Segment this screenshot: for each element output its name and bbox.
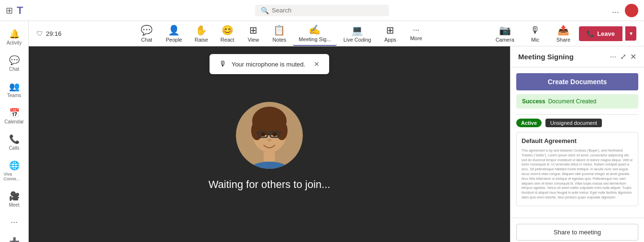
svg-point-10 [261, 132, 266, 136]
status-row: Active Unsigned document [516, 119, 638, 127]
panel-footer: Share to meeting [511, 218, 644, 242]
svg-point-12 [267, 139, 271, 142]
unsigned-badge: Unsigned document [545, 119, 602, 127]
sidebar-item-more[interactable]: ··· [2, 213, 27, 231]
raise-toolbar-icon: ✋ [195, 24, 207, 36]
raise-toolbar-label: Raise [195, 37, 208, 43]
chat-toolbar-btn[interactable]: 💬 Chat [134, 22, 159, 45]
content-row: 🎙 Your microphone is muted. ✕ [29, 46, 644, 242]
shield-icon: 🛡 [36, 30, 43, 37]
react-toolbar-icon: 😊 [222, 24, 233, 36]
notes-toolbar-label: Notes [273, 37, 287, 43]
view-toolbar-icon: ⊞ [249, 24, 257, 36]
mute-notification: 🎙 Your microphone is muted. ✕ [210, 54, 329, 74]
share-to-meeting-button[interactable]: Share to meeting [516, 224, 638, 241]
sidebar-item-viva[interactable]: 🌐 Viva Conne... [2, 156, 27, 185]
leave-dropdown-button[interactable]: ▾ [625, 26, 636, 41]
meeting-signing-toolbar-icon: ✍ [309, 24, 321, 35]
sidebar: 🔔 Activity 💬 Chat 👥 Teams 📅 Calendar 📞 C… [0, 21, 29, 242]
meeting-toolbar: 🛡 29:16 💬 Chat 👤 People ✋ Raise 😊 [29, 21, 644, 46]
sidebar-item-teams[interactable]: 👥 Teams [2, 77, 27, 102]
mic-btn[interactable]: 🎙 Mic [523, 22, 548, 45]
viva-icon: 🌐 [9, 160, 20, 171]
view-toolbar-label: View [248, 37, 259, 43]
react-toolbar-label: React [221, 37, 234, 43]
sidebar-more-icon: ··· [11, 217, 18, 227]
content-area: 🛡 29:16 💬 Chat 👤 People ✋ Raise 😊 [29, 21, 644, 242]
sidebar-item-meet[interactable]: 🎥 Meet [2, 187, 27, 211]
document-title: Default Agreement [522, 137, 633, 144]
timer-value: 29:16 [46, 30, 62, 37]
people-toolbar-icon: 👤 [168, 24, 180, 36]
participant-avatar [236, 102, 303, 169]
topbar-right: ... [612, 4, 638, 17]
mic-muted-icon: 🎙 [219, 60, 227, 68]
apps-toolbar-btn[interactable]: ⊞ Apps [378, 22, 403, 45]
panel-header: Meeting Signing ··· ⤢ ✕ [511, 46, 644, 67]
meeting-video-area: 🎙 Your microphone is muted. ✕ [29, 46, 510, 242]
sidebar-item-calendar[interactable]: 📅 Calendar [2, 104, 27, 128]
panel-more-icon[interactable]: ··· [610, 53, 616, 61]
divider [516, 114, 638, 115]
create-documents-button[interactable]: Create Documents [516, 73, 638, 90]
avatar[interactable] [625, 4, 638, 17]
raise-toolbar-btn[interactable]: ✋ Raise [189, 22, 214, 45]
teams-logo: T [17, 4, 23, 17]
sidebar-item-calls[interactable]: 📞 Calls [2, 130, 27, 154]
sidebar-item-meet-label: Meet [9, 202, 19, 208]
sidebar-item-apps[interactable]: ➕ Apps [2, 233, 27, 242]
apps-toolbar-label: Apps [384, 37, 396, 43]
chat-toolbar-icon: 💬 [141, 24, 153, 36]
share-icon: 📤 [557, 24, 569, 36]
sidebar-item-activity[interactable]: 🔔 Activity [2, 25, 27, 49]
panel-icons: ··· ⤢ ✕ [610, 52, 636, 61]
meeting-signing-toolbar-btn[interactable]: ✍ Meeting Sig... [293, 21, 336, 46]
teams-icon: 👥 [9, 81, 20, 92]
video-area: Waiting for others to join... [29, 46, 510, 242]
panel-title: Meeting Signing [518, 53, 606, 61]
search-box[interactable]: 🔍 [255, 5, 389, 16]
chat-icon: 💬 [9, 55, 20, 66]
sidebar-item-chat[interactable]: 💬 Chat [2, 51, 27, 76]
more-toolbar-icon: ··· [413, 26, 419, 34]
camera-icon: 📷 [499, 24, 511, 36]
mic-icon: 🎙 [531, 25, 540, 36]
search-input[interactable] [272, 7, 367, 14]
waiting-text: Waiting for others to join... [209, 178, 331, 191]
calls-icon: 📞 [9, 134, 20, 144]
apps-toolbar-icon: ⊞ [386, 24, 394, 36]
mute-close-button[interactable]: ✕ [314, 60, 320, 68]
more-toolbar-label: More [410, 35, 422, 41]
meeting-signing-toolbar-label: Meeting Sig... [299, 36, 331, 42]
notes-toolbar-btn[interactable]: 📋 Notes [267, 22, 292, 45]
sidebar-item-calls-label: Calls [9, 145, 19, 151]
share-label: Share [556, 37, 570, 43]
react-toolbar-btn[interactable]: 😊 React [215, 22, 240, 45]
search-icon: 🔍 [261, 7, 269, 14]
panel-expand-icon[interactable]: ⤢ [620, 52, 626, 61]
people-toolbar-btn[interactable]: 👤 People [160, 22, 188, 45]
camera-btn[interactable]: 📷 Camera [490, 22, 520, 45]
document-card[interactable]: Default Agreement This agreement is by a… [516, 132, 638, 206]
more-toolbar-btn[interactable]: ··· More [404, 23, 429, 44]
sidebar-item-viva-label: Viva Conne... [4, 172, 25, 181]
active-badge: Active [516, 119, 542, 127]
mute-text: Your microphone is muted. [232, 61, 305, 68]
sidebar-item-teams-label: Teams [7, 93, 21, 98]
svg-point-11 [272, 132, 277, 136]
panel-close-icon[interactable]: ✕ [630, 52, 636, 61]
sidebar-apps-icon: ➕ [9, 237, 20, 242]
share-btn[interactable]: 📤 Share [551, 22, 576, 45]
live-coding-toolbar-btn[interactable]: 💻 Live Coding [338, 22, 377, 45]
activity-icon: 🔔 [9, 29, 20, 39]
view-toolbar-btn[interactable]: ⊞ View [241, 22, 266, 45]
sidebar-item-chat-label: Chat [9, 66, 19, 72]
notes-toolbar-icon: 📋 [273, 24, 285, 36]
live-coding-toolbar-icon: 💻 [351, 24, 363, 36]
leave-button[interactable]: 📞 Leave [579, 26, 622, 41]
topbar-more-icon[interactable]: ... [612, 5, 619, 15]
success-label: Success [522, 98, 545, 105]
meet-icon: 🎥 [9, 191, 20, 201]
call-timer: 🛡 29:16 [36, 30, 62, 37]
apps-grid-icon[interactable]: ⊞ [6, 5, 13, 16]
